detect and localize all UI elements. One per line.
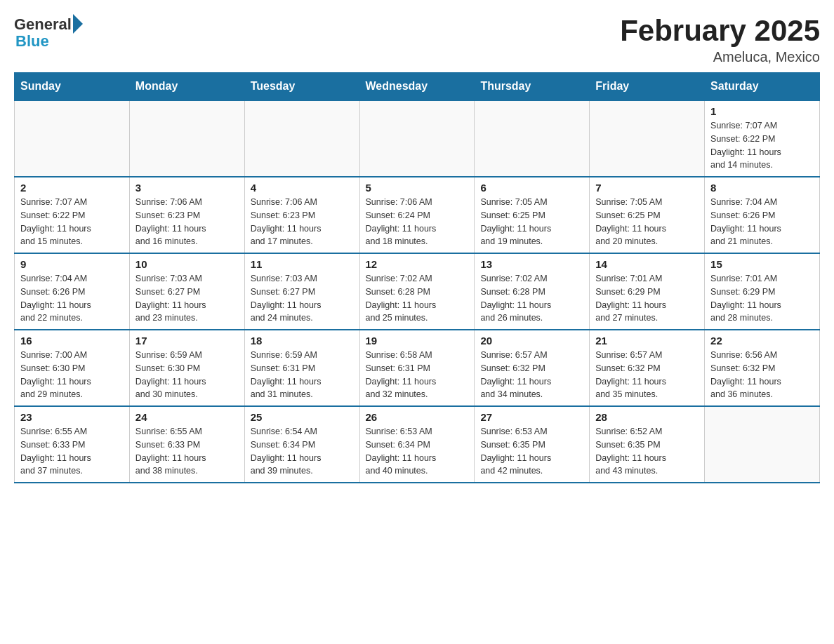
day-info: Sunrise: 7:04 AM Sunset: 6:26 PM Dayligh… (20, 272, 124, 325)
day-info: Sunrise: 6:53 AM Sunset: 6:34 PM Dayligh… (366, 425, 469, 478)
calendar-cell (15, 100, 130, 177)
calendar-cell: 5Sunrise: 7:06 AM Sunset: 6:24 PM Daylig… (359, 177, 475, 253)
day-number: 1 (710, 105, 814, 117)
day-number: 24 (135, 411, 239, 423)
day-info: Sunrise: 7:06 AM Sunset: 6:23 PM Dayligh… (251, 196, 354, 248)
day-number: 13 (480, 258, 583, 270)
calendar-cell: 24Sunrise: 6:55 AM Sunset: 6:33 PM Dayli… (129, 406, 244, 483)
calendar-week-1: 1Sunrise: 7:07 AM Sunset: 6:22 PM Daylig… (15, 100, 820, 177)
day-number: 16 (20, 335, 124, 347)
day-info: Sunrise: 6:53 AM Sunset: 6:35 PM Dayligh… (480, 425, 583, 478)
calendar-cell: 12Sunrise: 7:02 AM Sunset: 6:28 PM Dayli… (359, 253, 475, 330)
calendar-week-5: 23Sunrise: 6:55 AM Sunset: 6:33 PM Dayli… (15, 406, 820, 483)
logo-triangle-icon (73, 14, 83, 34)
calendar-cell (129, 100, 244, 177)
day-number: 21 (595, 335, 699, 347)
calendar-cell (705, 406, 820, 483)
day-number: 17 (135, 335, 239, 347)
calendar-cell: 6Sunrise: 7:05 AM Sunset: 6:25 PM Daylig… (475, 177, 590, 253)
day-info: Sunrise: 7:02 AM Sunset: 6:28 PM Dayligh… (480, 272, 583, 325)
day-info: Sunrise: 7:05 AM Sunset: 6:25 PM Dayligh… (595, 196, 699, 248)
header-row: SundayMondayTuesdayWednesdayThursdayFrid… (15, 73, 820, 101)
calendar-cell: 19Sunrise: 6:58 AM Sunset: 6:31 PM Dayli… (359, 330, 475, 406)
calendar-cell: 9Sunrise: 7:04 AM Sunset: 6:26 PM Daylig… (15, 253, 130, 330)
day-header-saturday: Saturday (705, 73, 820, 101)
day-info: Sunrise: 7:01 AM Sunset: 6:29 PM Dayligh… (710, 272, 814, 325)
title-area: February 2025 Ameluca, Mexico (620, 14, 820, 65)
day-info: Sunrise: 6:57 AM Sunset: 6:32 PM Dayligh… (595, 349, 699, 401)
day-number: 11 (251, 258, 354, 270)
day-header-tuesday: Tuesday (244, 73, 359, 101)
day-number: 18 (251, 335, 354, 347)
day-info: Sunrise: 7:06 AM Sunset: 6:24 PM Dayligh… (366, 196, 469, 248)
calendar-cell: 27Sunrise: 6:53 AM Sunset: 6:35 PM Dayli… (475, 406, 590, 483)
logo: General Blue (14, 14, 83, 51)
day-number: 3 (135, 182, 239, 194)
calendar-cell: 1Sunrise: 7:07 AM Sunset: 6:22 PM Daylig… (705, 100, 820, 177)
calendar-cell: 28Sunrise: 6:52 AM Sunset: 6:35 PM Dayli… (590, 406, 705, 483)
day-number: 26 (366, 411, 469, 423)
calendar-cell: 25Sunrise: 6:54 AM Sunset: 6:34 PM Dayli… (244, 406, 359, 483)
day-info: Sunrise: 7:01 AM Sunset: 6:29 PM Dayligh… (595, 272, 699, 325)
calendar-header: SundayMondayTuesdayWednesdayThursdayFrid… (15, 73, 820, 101)
location: Ameluca, Mexico (620, 49, 820, 65)
day-info: Sunrise: 6:59 AM Sunset: 6:30 PM Dayligh… (135, 349, 239, 401)
month-title: February 2025 (620, 14, 820, 48)
calendar-table: SundayMondayTuesdayWednesdayThursdayFrid… (14, 72, 820, 483)
calendar-cell: 4Sunrise: 7:06 AM Sunset: 6:23 PM Daylig… (244, 177, 359, 253)
day-info: Sunrise: 6:54 AM Sunset: 6:34 PM Dayligh… (251, 425, 354, 478)
day-info: Sunrise: 6:52 AM Sunset: 6:35 PM Dayligh… (595, 425, 699, 478)
calendar-cell (244, 100, 359, 177)
calendar-cell: 2Sunrise: 7:07 AM Sunset: 6:22 PM Daylig… (15, 177, 130, 253)
day-header-friday: Friday (590, 73, 705, 101)
calendar-cell (475, 100, 590, 177)
calendar-cell: 13Sunrise: 7:02 AM Sunset: 6:28 PM Dayli… (475, 253, 590, 330)
day-header-monday: Monday (129, 73, 244, 101)
day-info: Sunrise: 6:58 AM Sunset: 6:31 PM Dayligh… (366, 349, 469, 401)
day-number: 15 (710, 258, 814, 270)
day-info: Sunrise: 6:55 AM Sunset: 6:33 PM Dayligh… (135, 425, 239, 478)
day-info: Sunrise: 7:07 AM Sunset: 6:22 PM Dayligh… (710, 119, 814, 172)
calendar-cell: 8Sunrise: 7:04 AM Sunset: 6:26 PM Daylig… (705, 177, 820, 253)
day-info: Sunrise: 7:02 AM Sunset: 6:28 PM Dayligh… (366, 272, 469, 325)
calendar-cell: 21Sunrise: 6:57 AM Sunset: 6:32 PM Dayli… (590, 330, 705, 406)
day-number: 10 (135, 258, 239, 270)
day-number: 23 (20, 411, 124, 423)
calendar-cell: 7Sunrise: 7:05 AM Sunset: 6:25 PM Daylig… (590, 177, 705, 253)
day-info: Sunrise: 7:00 AM Sunset: 6:30 PM Dayligh… (20, 349, 124, 401)
calendar-cell: 14Sunrise: 7:01 AM Sunset: 6:29 PM Dayli… (590, 253, 705, 330)
calendar-cell (590, 100, 705, 177)
day-number: 4 (251, 182, 354, 194)
day-info: Sunrise: 6:57 AM Sunset: 6:32 PM Dayligh… (480, 349, 583, 401)
day-number: 20 (480, 335, 583, 347)
day-number: 7 (595, 182, 699, 194)
day-header-wednesday: Wednesday (359, 73, 475, 101)
day-number: 6 (480, 182, 583, 194)
day-number: 2 (20, 182, 124, 194)
day-number: 8 (710, 182, 814, 194)
day-number: 22 (710, 335, 814, 347)
day-number: 25 (251, 411, 354, 423)
day-info: Sunrise: 7:04 AM Sunset: 6:26 PM Dayligh… (710, 196, 814, 248)
day-info: Sunrise: 7:06 AM Sunset: 6:23 PM Dayligh… (135, 196, 239, 248)
day-number: 27 (480, 411, 583, 423)
calendar-cell: 3Sunrise: 7:06 AM Sunset: 6:23 PM Daylig… (129, 177, 244, 253)
calendar-body: 1Sunrise: 7:07 AM Sunset: 6:22 PM Daylig… (15, 100, 820, 483)
calendar-cell: 26Sunrise: 6:53 AM Sunset: 6:34 PM Dayli… (359, 406, 475, 483)
day-number: 14 (595, 258, 699, 270)
day-info: Sunrise: 6:59 AM Sunset: 6:31 PM Dayligh… (251, 349, 354, 401)
calendar-cell: 10Sunrise: 7:03 AM Sunset: 6:27 PM Dayli… (129, 253, 244, 330)
calendar-cell: 20Sunrise: 6:57 AM Sunset: 6:32 PM Dayli… (475, 330, 590, 406)
day-number: 19 (366, 335, 469, 347)
calendar-cell: 23Sunrise: 6:55 AM Sunset: 6:33 PM Dayli… (15, 406, 130, 483)
calendar-week-2: 2Sunrise: 7:07 AM Sunset: 6:22 PM Daylig… (15, 177, 820, 253)
day-number: 28 (595, 411, 699, 423)
day-number: 12 (366, 258, 469, 270)
calendar-cell: 11Sunrise: 7:03 AM Sunset: 6:27 PM Dayli… (244, 253, 359, 330)
calendar-cell (359, 100, 475, 177)
logo-general-text: General (14, 15, 72, 34)
calendar-cell: 17Sunrise: 6:59 AM Sunset: 6:30 PM Dayli… (129, 330, 244, 406)
calendar-week-3: 9Sunrise: 7:04 AM Sunset: 6:26 PM Daylig… (15, 253, 820, 330)
day-header-sunday: Sunday (15, 73, 130, 101)
day-info: Sunrise: 7:07 AM Sunset: 6:22 PM Dayligh… (20, 196, 124, 248)
